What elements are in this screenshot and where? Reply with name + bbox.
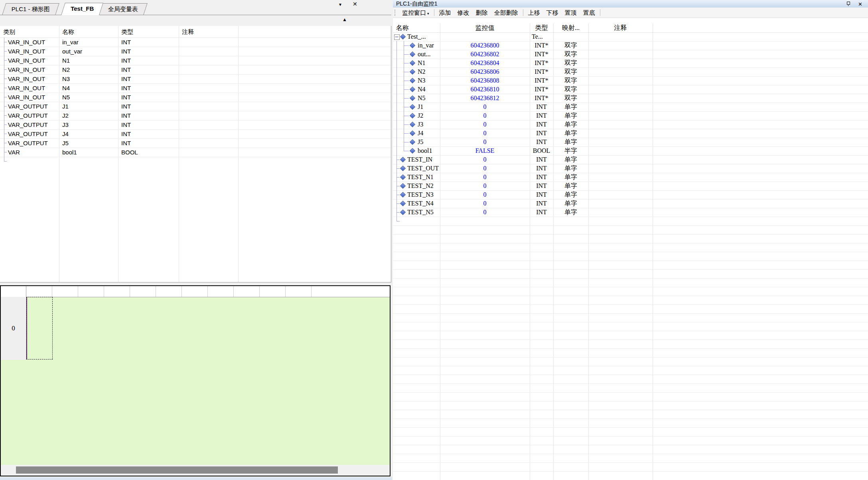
watch-row-empty[interactable] xyxy=(393,410,868,419)
watch-row[interactable]: J20INT单字 xyxy=(393,111,868,120)
watch-row[interactable]: Test_...Te... xyxy=(393,32,868,41)
watch-row[interactable]: N1604236804INT*双字 xyxy=(393,59,868,68)
move-down-button[interactable]: 下移 xyxy=(543,8,562,17)
watch-row[interactable]: N2604236806INT*双字 xyxy=(393,67,868,77)
watch-row-empty[interactable] xyxy=(393,392,868,401)
delete-all-button[interactable]: 全部删除 xyxy=(491,8,521,17)
table-row[interactable]: VAR_IN_OUTN4INT xyxy=(0,83,391,93)
tab-test-fb[interactable]: Test_FB xyxy=(61,3,103,15)
watch-row[interactable]: N4604236810INT*双字 xyxy=(393,85,868,94)
watch-row-empty[interactable] xyxy=(393,375,868,384)
watch-row-empty[interactable] xyxy=(393,217,868,226)
watch-row[interactable]: J30INT单字 xyxy=(393,120,868,129)
tree-branch-tick xyxy=(397,195,400,195)
watch-row[interactable]: TEST_IN0INT单字 xyxy=(393,155,868,164)
variable-diamond-icon xyxy=(410,104,415,110)
watch-row[interactable]: TEST_N50INT单字 xyxy=(393,208,868,217)
watch-row[interactable]: out...604236802INT*双字 xyxy=(393,50,868,59)
watch-row-empty[interactable] xyxy=(393,471,868,480)
watch-row[interactable]: J50INT单字 xyxy=(393,138,868,147)
cell-type: INT xyxy=(121,138,131,148)
collapse-arrow-icon[interactable]: ▲ xyxy=(342,17,347,22)
tree-branch-tick xyxy=(397,203,400,204)
watch-row-empty[interactable] xyxy=(393,304,868,314)
table-row[interactable]: VAR_IN_OUTN5INT xyxy=(0,93,391,102)
watch-row-empty[interactable] xyxy=(393,252,868,261)
cell-name: J4 xyxy=(418,129,423,138)
watch-row-empty[interactable] xyxy=(393,225,868,235)
watch-row-empty[interactable] xyxy=(393,234,868,243)
watch-row-empty[interactable] xyxy=(393,313,868,322)
table-row[interactable]: VARbool1BOOL xyxy=(0,148,391,157)
tree-trunk-line xyxy=(397,120,397,129)
watch-row-empty[interactable] xyxy=(393,462,868,472)
modify-button[interactable]: 修改 xyxy=(454,8,473,17)
table-row[interactable]: VAR_IN_OUTN2INT xyxy=(0,65,391,75)
watch-row[interactable]: TEST_N20INT单字 xyxy=(393,182,868,191)
table-row[interactable]: VAR_IN_OUTN1INT xyxy=(0,56,391,65)
watch-row[interactable]: TEST_N40INT单字 xyxy=(393,199,868,208)
table-row[interactable]: VAR_IN_OUTN3INT xyxy=(0,74,391,84)
table-row[interactable]: VAR_OUTPUTJ3INT xyxy=(0,120,391,130)
watch-row[interactable]: TEST_N10INT单字 xyxy=(393,173,868,182)
watch-row[interactable]: TEST_OUT0INT单字 xyxy=(393,164,868,173)
move-up-button[interactable]: 上移 xyxy=(525,8,543,17)
watch-row-empty[interactable] xyxy=(393,366,868,375)
watch-row-empty[interactable] xyxy=(393,269,868,279)
watch-row-empty[interactable] xyxy=(393,348,868,358)
close-icon[interactable]: ✕ xyxy=(353,1,357,7)
watch-row[interactable]: N3604236808INT*双字 xyxy=(393,76,868,85)
watch-row-empty[interactable] xyxy=(393,357,868,366)
tree-branch-tick xyxy=(4,42,7,42)
tab-list-dropdown-icon[interactable]: ▼ xyxy=(338,2,342,7)
cell-mapping: 单字 xyxy=(553,199,588,208)
watch-row-empty[interactable] xyxy=(393,296,868,305)
watch-row[interactable]: N5604236812INT*双字 xyxy=(393,94,868,103)
watch-row-empty[interactable] xyxy=(393,322,868,331)
watch-row[interactable]: bool1FALSEBOOL半字 xyxy=(393,146,868,156)
watch-row-empty[interactable] xyxy=(393,401,868,410)
tree-collapse-box[interactable] xyxy=(394,34,400,40)
monitor-window-dropdown[interactable]: 监控窗口▾ xyxy=(399,8,432,17)
add-button[interactable]: 添加 xyxy=(436,8,454,17)
table-row[interactable]: VAR_IN_OUTout_varINT xyxy=(0,47,391,56)
delete-button[interactable]: 删除 xyxy=(473,8,491,17)
horizontal-scrollbar[interactable] xyxy=(1,465,390,476)
watch-row-empty[interactable] xyxy=(393,383,868,393)
table-row[interactable]: VAR_OUTPUTJ1INT xyxy=(0,102,391,111)
watch-row-empty[interactable] xyxy=(393,261,868,270)
table-row[interactable]: VAR_OUTPUTJ2INT xyxy=(0,111,391,120)
table-row[interactable]: VAR_IN_OUTin_varINT xyxy=(0,38,391,47)
table-row[interactable]: VAR_OUTPUTJ5INT xyxy=(0,138,391,148)
tab-plc1-ladder[interactable]: PLC1 - 梯形图 xyxy=(2,3,59,15)
watch-row[interactable]: TEST_N30INT单字 xyxy=(393,190,868,200)
watch-row[interactable]: in_var604236800INT*双字 xyxy=(393,41,868,50)
watch-row-empty[interactable] xyxy=(393,287,868,296)
tree-branch-tick xyxy=(404,142,409,142)
tab-global-vars[interactable]: 全局变量表 xyxy=(99,3,147,15)
tree-branch-tick xyxy=(404,81,409,81)
cell-category: VAR_OUTPUT xyxy=(8,111,48,120)
watch-row-empty[interactable] xyxy=(393,454,868,463)
watch-row-empty[interactable] xyxy=(393,427,868,437)
watch-row-empty[interactable] xyxy=(393,278,868,287)
watch-row-empty[interactable] xyxy=(393,419,868,428)
watch-row-empty[interactable] xyxy=(393,331,868,340)
watch-row-empty[interactable] xyxy=(393,445,868,454)
cell-mapping: 单字 xyxy=(553,182,588,190)
move-bottom-button[interactable]: 置底 xyxy=(580,8,598,17)
close-icon[interactable]: ✕ xyxy=(858,0,862,8)
watch-row-empty[interactable] xyxy=(393,243,868,252)
scrollbar-thumb[interactable] xyxy=(16,466,338,474)
watch-row-empty[interactable] xyxy=(393,436,868,445)
ladder-editor[interactable]: 0 xyxy=(0,285,391,476)
move-top-button[interactable]: 置顶 xyxy=(562,8,580,17)
watch-row-empty[interactable] xyxy=(393,340,868,349)
watch-row[interactable]: J40INT单字 xyxy=(393,129,868,138)
pin-icon[interactable] xyxy=(847,2,850,6)
selected-cell-marquee[interactable] xyxy=(26,297,53,360)
watch-row[interactable]: J10INT单字 xyxy=(393,103,868,112)
table-row[interactable]: VAR_OUTPUTJ4INT xyxy=(0,129,391,139)
cell-name: J3 xyxy=(62,120,69,129)
cell-name: N4 xyxy=(62,83,70,93)
